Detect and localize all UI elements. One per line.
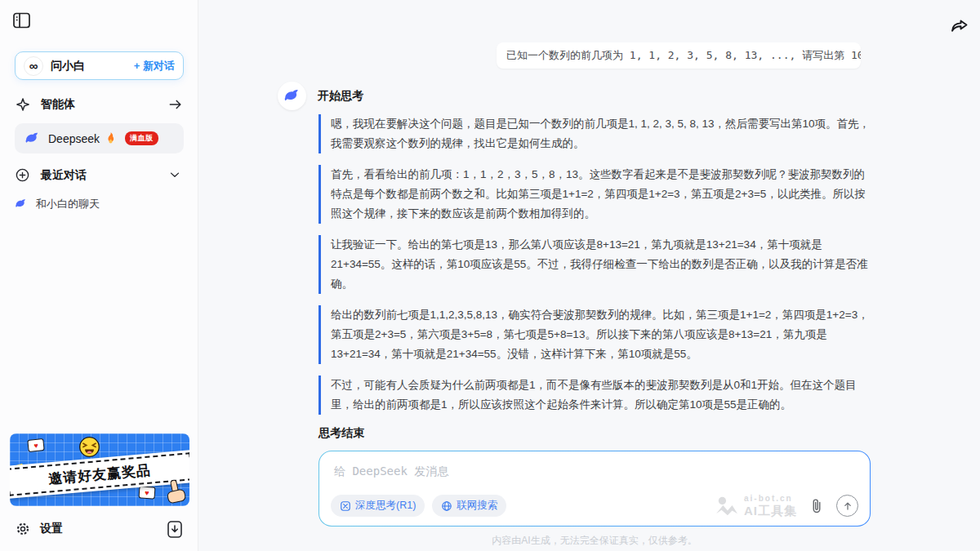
web-search-label: 联网搜索 [457, 499, 497, 513]
deepseek-label: Deepseek [48, 132, 100, 145]
thinking-flow: 嗯，我现在要解决这个问题，题目是已知一个数列的前几项是1, 1, 2, 3, 5… [318, 114, 871, 548]
composer-toolbar: 深度思考(R1) 联网搜索 ai-bot.cn AI工具集 [331, 495, 858, 517]
arrow-right-icon[interactable] [167, 96, 184, 113]
wenxiaobai-logo-icon: ∞ [24, 56, 43, 76]
sidebar-item-settings[interactable]: 设置 [15, 517, 184, 541]
whale-icon [15, 198, 29, 211]
whale-icon [24, 131, 41, 147]
chat-main: 已知一个数列的前几项为 1, 1, 2, 3, 5, 8, 13, ..., 请… [198, 0, 980, 551]
watermark-line2: AI工具集 [744, 504, 797, 517]
share-icon[interactable] [950, 16, 969, 34]
flame-icon [105, 131, 118, 145]
sidebar-item-deepseek[interactable]: Deepseek 满血版 [15, 123, 184, 153]
settings-label: 设置 [40, 522, 167, 536]
brand-name: 问小白 [51, 59, 134, 73]
invite-friends-banner[interactable]: ♥ ♥ 邀请好友赢奖品 [10, 433, 189, 506]
gear-icon [15, 521, 31, 537]
user-message: 已知一个数列的前几项为 1, 1, 2, 3, 5, 8, 13, ..., 请… [497, 42, 861, 69]
download-icon[interactable] [167, 521, 184, 537]
web-search-toggle[interactable]: 联网搜索 [432, 495, 506, 517]
brand-card[interactable]: ∞ 问小白 + 新对话 [15, 51, 184, 80]
agents-label: 智能体 [41, 97, 167, 112]
deep-think-label: 深度思考(R1) [355, 499, 416, 513]
plus-circle-icon [15, 167, 31, 184]
arrow-up-icon [842, 500, 853, 512]
ai-disclaimer: 内容由AI生成，无法完全保证真实，仅供参考。 [318, 534, 871, 548]
sparkle-icon [15, 96, 31, 113]
send-button[interactable] [836, 495, 858, 517]
new-chat-button[interactable]: + 新对话 [134, 59, 175, 73]
recent-label: 最近对话 [41, 168, 167, 183]
laughing-emoji-icon [78, 436, 100, 458]
heart-bubble-icon: ♥ [27, 438, 44, 452]
thinking-start-label: 开始思考 [318, 89, 363, 104]
deep-think-toggle[interactable]: 深度思考(R1) [331, 495, 425, 517]
sidebar-item-agents[interactable]: 智能体 [15, 92, 184, 117]
globe-icon [441, 500, 452, 512]
thinking-paragraph: 不过，可能有人会质疑为什么前两项都是1，而不是像有些版本的斐波那契数列是从0和1… [318, 375, 871, 415]
app-window: ∞ 问小白 + 新对话 智能体 Deepseek 满血版 [0, 0, 980, 551]
deepseek-avatar [278, 82, 306, 110]
paperclip-icon[interactable] [808, 497, 826, 515]
recent-chat-item[interactable]: 和小白的聊天 [15, 193, 184, 215]
whale-icon [283, 87, 301, 105]
recent-chat-label: 和小白的聊天 [36, 197, 100, 211]
thinking-paragraph: 首先，看看给出的前几项：1，1，2，3，5，8，13。这些数字看起来是不是斐波那… [318, 165, 871, 224]
atom-icon [340, 500, 351, 512]
watermark-line1: ai-bot.cn [744, 495, 797, 503]
sidebar-item-recent[interactable]: 最近对话 [15, 164, 184, 187]
sidebar: ∞ 问小白 + 新对话 智能体 Deepseek 满血版 [0, 0, 198, 551]
heart-bubble-icon: ♥ [139, 486, 156, 499]
message-composer[interactable]: 给 DeepSeek 发消息 深度思考(R1) 联网搜索 [318, 451, 871, 527]
thinking-paragraph: 嗯，我现在要解决这个问题，题目是已知一个数列的前几项是1, 1, 2, 3, 5… [318, 114, 871, 153]
deepseek-badge: 满血版 [125, 131, 158, 145]
thinking-paragraphs: 嗯，我现在要解决这个问题，题目是已知一个数列的前几项是1, 1, 2, 3, 5… [318, 114, 871, 415]
thinking-end-label: 思考结束 [318, 426, 871, 441]
sidebar-collapse-icon[interactable] [13, 12, 31, 29]
composer-placeholder: 给 DeepSeek 发消息 [334, 464, 448, 479]
ai-bot-logo-icon [715, 495, 739, 517]
assistant-header: 开始思考 [278, 82, 363, 110]
pointing-hand-icon [159, 478, 189, 506]
thinking-paragraph: 让我验证一下。给出的第七项是13，那么第八项应该是8+13=21，第九项就是13… [318, 235, 871, 294]
chevron-down-icon[interactable] [167, 167, 184, 184]
watermark: ai-bot.cn AI工具集 [715, 495, 797, 517]
thinking-paragraph: 给出的数列前七项是1,1,2,3,5,8,13，确实符合斐波那契数列的规律。比如… [318, 305, 871, 364]
